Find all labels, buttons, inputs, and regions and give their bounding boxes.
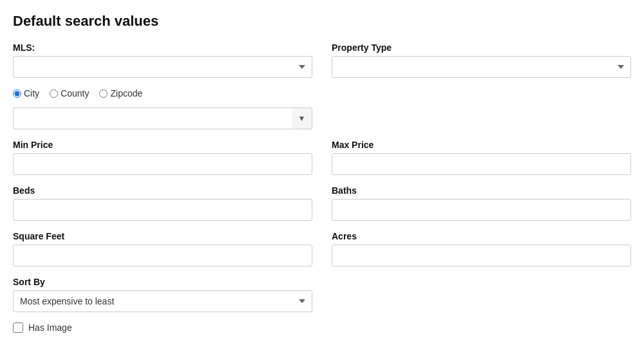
city-radio[interactable] bbox=[13, 89, 21, 98]
has-image-label[interactable]: Has Image bbox=[28, 322, 72, 333]
acres-group: Acres bbox=[332, 231, 631, 266]
city-label: City bbox=[24, 88, 39, 98]
location-dropdown-button[interactable]: ▼ bbox=[292, 107, 312, 129]
location-input[interactable] bbox=[13, 107, 292, 129]
spacer-right bbox=[332, 88, 631, 140]
baths-label: Baths bbox=[332, 185, 631, 196]
max-price-label: Max Price bbox=[332, 140, 631, 150]
baths-input[interactable] bbox=[332, 199, 631, 221]
location-type-radio-group: City County Zipcode bbox=[13, 88, 312, 98]
sort-by-group: Sort By Most expensive to least Least ex… bbox=[13, 277, 312, 312]
max-price-group: Max Price bbox=[332, 140, 631, 175]
property-type-select[interactable] bbox=[332, 56, 631, 78]
acres-label: Acres bbox=[332, 231, 631, 241]
location-section: City County Zipcode ▼ bbox=[13, 88, 312, 140]
acres-input[interactable] bbox=[332, 245, 631, 266]
zipcode-radio[interactable] bbox=[99, 89, 108, 98]
mls-select[interactable] bbox=[13, 56, 312, 78]
location-input-row: ▼ bbox=[13, 107, 312, 129]
baths-group: Baths bbox=[332, 185, 631, 221]
sort-by-select[interactable]: Most expensive to least Least expensive … bbox=[13, 290, 312, 312]
beds-group: Beds bbox=[13, 185, 312, 221]
county-radio[interactable] bbox=[50, 89, 58, 98]
square-feet-input[interactable] bbox=[13, 245, 312, 266]
zipcode-radio-label[interactable]: Zipcode bbox=[99, 88, 142, 98]
has-image-spacer bbox=[332, 322, 631, 345]
min-price-group: Min Price bbox=[13, 140, 312, 175]
square-feet-group: Square Feet bbox=[13, 231, 312, 266]
property-type-label: Property Type bbox=[332, 42, 631, 53]
max-price-input[interactable] bbox=[332, 153, 631, 175]
mls-label: MLS: bbox=[13, 42, 312, 53]
sort-spacer bbox=[332, 277, 631, 322]
city-radio-label[interactable]: City bbox=[13, 88, 39, 98]
beds-input[interactable] bbox=[13, 199, 312, 221]
property-type-group: Property Type bbox=[332, 42, 631, 78]
has-image-group: Has Image bbox=[13, 322, 312, 340]
mls-group: MLS: bbox=[13, 42, 312, 78]
zipcode-label: Zipcode bbox=[110, 88, 142, 98]
sort-by-label: Sort By bbox=[13, 277, 312, 287]
beds-label: Beds bbox=[13, 185, 312, 196]
min-price-label: Min Price bbox=[13, 140, 312, 150]
county-label: County bbox=[61, 88, 89, 98]
has-image-row: Has Image bbox=[13, 322, 312, 333]
page-title: Default search values bbox=[13, 13, 631, 30]
square-feet-label: Square Feet bbox=[13, 231, 312, 241]
min-price-input[interactable] bbox=[13, 153, 312, 175]
has-image-checkbox[interactable] bbox=[13, 322, 23, 333]
county-radio-label[interactable]: County bbox=[50, 88, 89, 98]
